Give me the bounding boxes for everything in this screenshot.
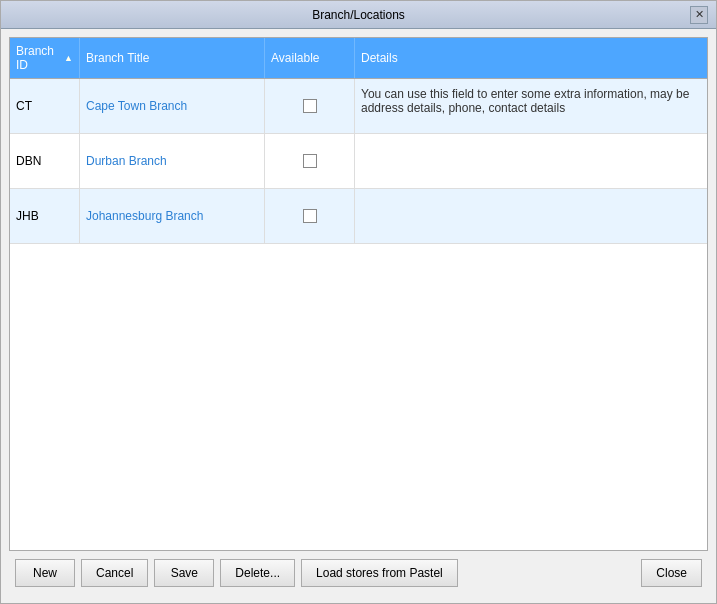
available-checkbox-ct[interactable]: [303, 99, 317, 113]
table-header: Branch ID ▲ Branch Title Available Detai…: [10, 38, 707, 79]
cell-available-jhb: [265, 189, 355, 243]
table-row: JHB Johannesburg Branch: [10, 189, 707, 244]
cancel-button[interactable]: Cancel: [81, 559, 148, 587]
table-row: DBN Durban Branch: [10, 134, 707, 189]
sort-arrow-icon: ▲: [64, 53, 73, 63]
column-header-available[interactable]: Available: [265, 38, 355, 78]
available-checkbox-jhb[interactable]: [303, 209, 317, 223]
new-button[interactable]: New: [15, 559, 75, 587]
cell-branch-title-jhb[interactable]: Johannesburg Branch: [80, 189, 265, 243]
cell-details-ct: You can use this field to enter some ext…: [355, 79, 707, 133]
cell-available-dbn: [265, 134, 355, 188]
title-bar: Branch/Locations ✕: [1, 1, 716, 29]
close-button[interactable]: Close: [641, 559, 702, 587]
cell-details-jhb: [355, 189, 707, 243]
column-header-branch-title[interactable]: Branch Title: [80, 38, 265, 78]
window-close-button[interactable]: ✕: [690, 6, 708, 24]
cell-available-ct: [265, 79, 355, 133]
branch-locations-window: Branch/Locations ✕ Branch ID ▲ Branch Ti…: [0, 0, 717, 604]
branches-table: Branch ID ▲ Branch Title Available Detai…: [9, 37, 708, 551]
table-body: CT Cape Town Branch You can use this fie…: [10, 79, 707, 550]
delete-button[interactable]: Delete...: [220, 559, 295, 587]
main-content: Branch ID ▲ Branch Title Available Detai…: [1, 29, 716, 603]
cell-branch-id-jhb: JHB: [10, 189, 80, 243]
window-title: Branch/Locations: [27, 8, 690, 22]
column-header-branch-id[interactable]: Branch ID ▲: [10, 38, 80, 78]
cell-details-dbn: [355, 134, 707, 188]
save-button[interactable]: Save: [154, 559, 214, 587]
cell-branch-title-dbn[interactable]: Durban Branch: [80, 134, 265, 188]
table-row: CT Cape Town Branch You can use this fie…: [10, 79, 707, 134]
load-stores-button[interactable]: Load stores from Pastel: [301, 559, 458, 587]
cell-branch-title-ct[interactable]: Cape Town Branch: [80, 79, 265, 133]
available-checkbox-dbn[interactable]: [303, 154, 317, 168]
column-header-details[interactable]: Details: [355, 38, 707, 78]
footer-toolbar: New Cancel Save Delete... Load stores fr…: [9, 551, 708, 595]
cell-branch-id-dbn: DBN: [10, 134, 80, 188]
cell-branch-id-ct: CT: [10, 79, 80, 133]
